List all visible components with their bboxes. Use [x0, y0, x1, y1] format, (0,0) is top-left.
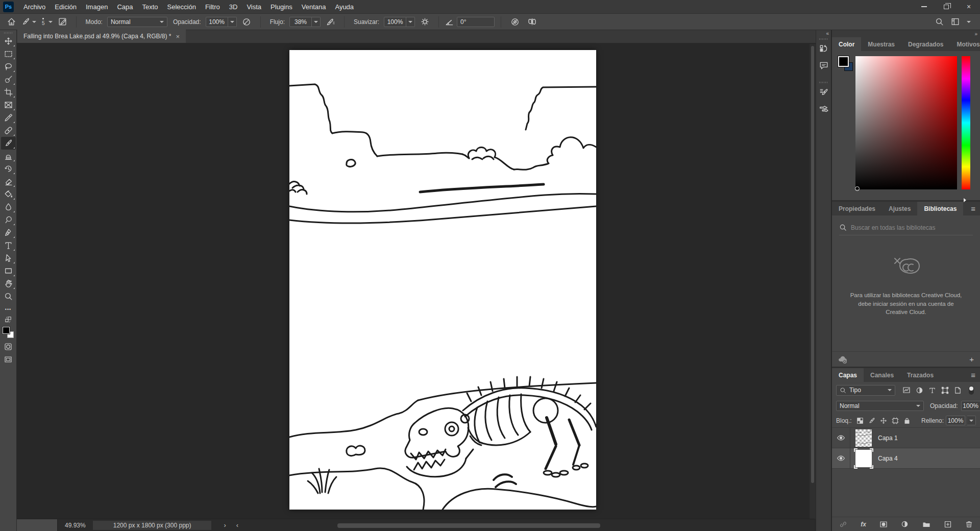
new-layer-icon[interactable]	[944, 520, 952, 528]
menu-texto[interactable]: Texto	[137, 0, 162, 14]
menu-ventana[interactable]: Ventana	[297, 0, 331, 14]
foreground-background-colors[interactable]	[3, 327, 14, 338]
paint-symmetry-toggle[interactable]	[525, 15, 540, 28]
lock-position-icon[interactable]	[880, 417, 887, 424]
status-next-icon[interactable]: ›	[224, 521, 226, 529]
flow-dropdown[interactable]	[312, 17, 321, 27]
layer-opacity-control[interactable]: 100%	[961, 401, 980, 411]
library-search[interactable]	[839, 224, 973, 235]
menu-capa[interactable]: Capa	[112, 0, 137, 14]
collapse-panels-icon[interactable]: »	[832, 30, 980, 37]
status-prev-icon[interactable]: ‹	[236, 521, 238, 529]
layer-visibility-toggle[interactable]	[832, 428, 850, 448]
menu-plugins[interactable]: Plugins	[266, 0, 297, 14]
marquee-tool[interactable]	[1, 47, 16, 60]
layer-visibility-toggle[interactable]	[832, 448, 850, 468]
opacity-dropdown[interactable]	[228, 17, 237, 27]
tab-bibliotecas[interactable]: Bibliotecas	[917, 202, 963, 215]
flow-control[interactable]: 38%	[289, 17, 321, 27]
vertical-scrollbar-thumb[interactable]	[811, 46, 814, 483]
workspace-switcher-icon[interactable]	[951, 17, 960, 26]
swap-colors-button[interactable]	[1, 316, 16, 324]
history-brush-tool[interactable]	[1, 162, 16, 175]
layer-blend-mode-select[interactable]: Normal	[836, 401, 924, 411]
eyedropper-tool[interactable]	[1, 111, 16, 124]
edit-toolbar-button[interactable]: •••	[1, 303, 16, 316]
add-layer-mask-icon[interactable]	[879, 520, 888, 528]
tab-motivos[interactable]: Motivos	[950, 37, 980, 51]
opacity-control[interactable]: 100%	[206, 17, 237, 27]
chevron-down-icon[interactable]	[967, 21, 971, 23]
tab-propiedades[interactable]: Propiedades	[832, 202, 882, 215]
path-selection-tool[interactable]	[1, 252, 16, 264]
brush-tool[interactable]	[1, 137, 16, 150]
zoom-level-field[interactable]: 49.93%	[58, 522, 93, 529]
menu-imagen[interactable]: Imagen	[81, 0, 112, 14]
restore-button[interactable]	[935, 0, 958, 14]
smoothing-control[interactable]: 100%	[384, 17, 415, 27]
tab-close-icon[interactable]: ×	[176, 33, 180, 40]
hue-slider-marker[interactable]	[964, 198, 966, 202]
filter-toggle-switch[interactable]	[969, 386, 974, 395]
menu-filtro[interactable]: Filtro	[201, 0, 225, 14]
minimize-button[interactable]	[913, 0, 935, 14]
menu-3d[interactable]: 3D	[225, 0, 242, 14]
blend-mode-select[interactable]: Normal	[107, 17, 167, 27]
layer-row-capa-1[interactable]: Capa 1	[832, 428, 980, 448]
tab-degradados[interactable]: Degradados	[901, 37, 950, 51]
foreground-color-swatch[interactable]	[3, 327, 10, 334]
tab-muestras[interactable]: Muestras	[861, 37, 901, 51]
horizontal-scrollbar-thumb[interactable]	[337, 523, 600, 528]
layer-name[interactable]: Capa 1	[878, 435, 898, 442]
menu-archivo[interactable]: Archivo	[19, 0, 50, 14]
library-search-input[interactable]	[851, 224, 963, 231]
zoom-tool[interactable]	[1, 290, 16, 303]
menu-seleccion[interactable]: Selección	[163, 0, 201, 14]
layer-thumbnail[interactable]	[855, 450, 872, 467]
rectangle-tool[interactable]	[1, 264, 16, 277]
delete-layer-icon[interactable]	[965, 520, 973, 528]
close-button[interactable]: ×	[958, 0, 980, 14]
gradient-tool[interactable]	[1, 188, 16, 201]
new-group-icon[interactable]	[922, 520, 930, 528]
frame-tool[interactable]	[1, 99, 16, 111]
layer-row-capa-4[interactable]: Capa 4	[832, 448, 980, 469]
filter-type-layers-icon[interactable]	[928, 387, 936, 394]
toolbar-grip[interactable]	[4, 32, 13, 34]
screen-mode-button[interactable]	[1, 353, 16, 366]
quick-selection-tool[interactable]	[1, 73, 16, 86]
strip-grip[interactable]	[819, 82, 828, 83]
brush-settings-panel-button[interactable]	[817, 86, 830, 99]
type-tool[interactable]	[1, 239, 16, 252]
lock-artboard-icon[interactable]	[892, 417, 899, 424]
filter-smart-objects-icon[interactable]	[954, 387, 962, 394]
fill-dropdown[interactable]	[967, 416, 976, 425]
history-panel-button[interactable]	[817, 42, 830, 56]
tab-color[interactable]: Color	[832, 37, 861, 51]
tab-trazados[interactable]: Trazados	[900, 368, 940, 382]
menu-vista[interactable]: Vista	[242, 0, 266, 14]
menu-ayuda[interactable]: Ayuda	[330, 0, 358, 14]
search-icon[interactable]	[935, 17, 944, 26]
pressure-opacity-toggle[interactable]	[239, 15, 254, 28]
lock-all-icon[interactable]	[903, 417, 911, 424]
link-layers-icon[interactable]	[839, 520, 847, 528]
smoothing-dropdown[interactable]	[406, 17, 415, 27]
layer-filter-type-select[interactable]: Tipo	[836, 385, 895, 396]
expand-panels-icon[interactable]: «	[816, 30, 831, 36]
hand-tool[interactable]	[1, 277, 16, 290]
brush-preset-picker[interactable]	[21, 17, 36, 26]
brush-angle-input[interactable]: 0°	[457, 17, 495, 27]
document-tab[interactable]: Falling into Brea Lake.psd al 49.9% (Cap…	[17, 30, 186, 43]
document-info[interactable]: 1200 px x 1800 px (300 ppp)	[93, 521, 212, 530]
layer-thumbnail[interactable]	[855, 429, 872, 447]
filter-shape-layers-icon[interactable]	[941, 387, 949, 394]
saturation-brightness-field[interactable]	[855, 56, 957, 189]
layer-effects-button[interactable]: fx	[861, 521, 866, 528]
brush-size-picker[interactable]: 5	[39, 18, 53, 26]
tab-canales[interactable]: Canales	[864, 368, 900, 382]
filter-adjustment-layers-icon[interactable]	[916, 387, 923, 394]
lock-pixels-icon[interactable]	[868, 417, 875, 424]
lasso-tool[interactable]	[1, 60, 16, 73]
tab-ajustes[interactable]: Ajustes	[882, 202, 917, 215]
